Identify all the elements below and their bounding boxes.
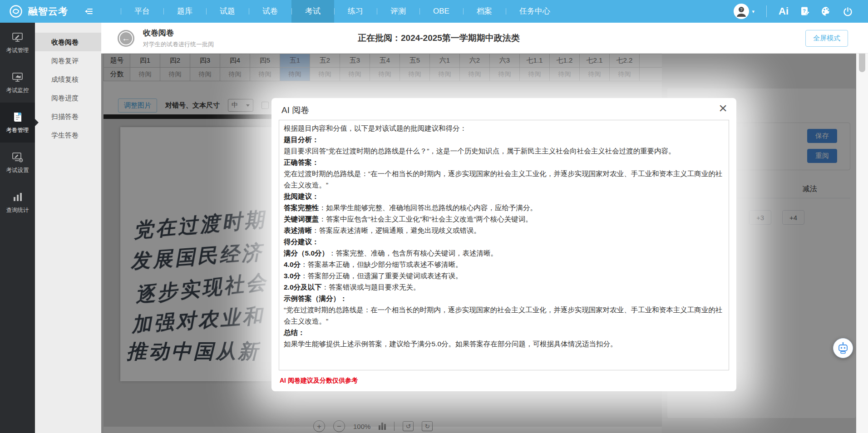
suggestion-line: 批阅建议： [284,191,724,202]
page-scrollbar [856,23,868,433]
ai-grading-modal: AI 阅卷 × 根据题目内容和分值，以下是对该试题的批阅建议和得分： 题目分析：… [271,98,736,391]
chevron-down-icon: ▾ [752,9,755,15]
sidebar-item-paper-management[interactable]: 考卷管理 [0,103,35,143]
nav-menu-item[interactable]: 试卷 [249,0,291,23]
sidebar-item-exam-monitor[interactable]: 考试监控 [0,63,35,103]
back-arrow-icon: ← [122,34,130,43]
sidebar-item-label: 查询统计 [6,207,29,214]
sidebar-item-exam-management[interactable]: 考试管理 [0,23,35,63]
grading-status: 正在批阅： 2024-2025第一学期期中政法类 [358,23,520,54]
sidebar-item-label: 考试监控 [6,87,29,94]
submenu-item[interactable]: 成绩复核 [35,70,101,89]
suggestion-line: 总结： [284,327,724,338]
page-subtitle: 对学生的试卷进行统一批阅 [143,40,214,49]
primary-sidebar: 考试管理 考试监控 考卷管理 考试设置 查询统计 [0,23,35,433]
secondary-sidebar: 收卷阅卷 阅卷复评 成绩复核 阅卷进度 扫描答卷 学生答卷 [35,23,101,433]
page: 融智云考 平台 题库 试题 试卷 考试 练习 评测 [0,0,868,433]
suggestion-line: 4.0分：答案基本正确，但缺少部分细节或表述不够清晰。 [284,259,724,270]
robot-icon [837,342,849,354]
grading-label: 正在批阅： [358,32,401,44]
ai-disclaimer: AI 阅卷建议及分数仅供参考 [280,377,358,385]
nav-menu-item[interactable]: 考试 [291,0,334,23]
suggestion-line: 答案完整性：如果学生能够完整、准确地回答出总路线的核心内容，应给予满分。 [284,202,724,213]
modal-title: AI 阅卷 [281,104,309,116]
ai-suggestion-textarea[interactable]: 根据题目内容和分值，以下是对该试题的批阅建议和得分： 题目分析： 题目要求回答“… [279,120,729,370]
close-icon[interactable]: × [719,101,727,115]
submenu-item[interactable]: 阅卷复评 [35,51,101,70]
submenu-item[interactable]: 阅卷进度 [35,89,101,107]
suggestion-line: 题目要求回答“党在过渡时期的总路线是什么？”，这是一个历史知识点，属于新民主主义… [284,145,724,157]
submenu-item[interactable]: 收卷阅卷 [35,33,101,51]
user-avatar-menu[interactable]: ? ▾ [734,4,755,19]
suggestion-line: 根据题目内容和分值，以下是对该试题的批阅建议和得分： [284,123,724,134]
back-button[interactable]: ← [118,30,134,47]
nav-menu: 平台 题库 试题 试卷 考试 练习 评测 OBE 档案 任务中心 [121,0,564,23]
suggestion-line: 表述清晰：答案应表述清晰，逻辑通顺，避免出现歧义或错误。 [284,225,724,236]
avatar-icon: ? [734,4,749,19]
nav-menu-item[interactable]: 练习 [334,0,377,23]
logout-power-icon[interactable] [843,7,853,16]
top-navbar: 融智云考 平台 题库 试题 试卷 考试 练习 评测 [0,0,868,23]
brand: 融智云考 [0,5,79,18]
sidebar-item-label: 考卷管理 [6,127,29,134]
grading-value: 2024-2025第一学期期中政法类 [401,32,520,44]
suggestion-line: 如果学生能够提供上述示例答案，建议给予满分5.0分。如果答案存在部分问题，可根据… [284,338,724,349]
suggestion-line: 2.0分及以下：答案错误或与题目要求无关。 [284,281,724,293]
logo-icon [9,5,23,18]
theme-palette-icon[interactable] [821,6,831,16]
page-title: 收卷阅卷 [143,28,214,38]
nav-menu-item[interactable]: 题库 [163,0,206,23]
suggestion-line: 党在过渡时期的总路线是：“在一个相当长的时期内，逐步实现国家的社会主义工业化，并… [284,168,724,191]
nav-menu-item[interactable]: 任务中心 [506,0,564,23]
nav-menu-item[interactable]: 平台 [121,0,163,23]
sidebar-item-label: 考试管理 [6,47,29,54]
nav-menu-item[interactable]: 评测 [377,0,419,23]
sidebar-item-query-statistics[interactable]: 查询统计 [0,182,35,222]
page-title-block: 收卷阅卷 对学生的试卷进行统一批阅 [143,28,214,49]
suggestion-line: 满分（5.0分）：答案完整、准确，包含所有核心关键词，表述清晰。 [284,247,724,259]
divider [766,5,767,17]
submenu-item[interactable]: 扫描答卷 [35,107,101,126]
svg-text:?: ? [740,7,743,12]
sidebar-item-label: 考试设置 [6,167,29,174]
nav-menu-item[interactable]: 试题 [206,0,249,23]
brand-title: 融智云考 [28,5,68,18]
ai-assistant-icon[interactable]: Ai [779,5,789,17]
sidebar-item-exam-settings[interactable]: 考试设置 [0,143,35,182]
suggestion-line: 关键词覆盖：答案中应包含“社会主义工业化”和“社会主义改造”两个核心关键词。 [284,213,724,225]
nav-menu-item[interactable]: 档案 [463,0,506,23]
suggestion-line: “党在过渡时期的总路线是：在一个相当长的时期内，逐步实现国家的社会主义工业化，并… [284,304,724,327]
nav-right-tools: ? ▾ Ai ? [734,4,868,19]
suggestion-line: 3.0分：答案部分正确，但遗漏了重要关键词或表述有误。 [284,270,724,281]
page-header: ← 收卷阅卷 对学生的试卷进行统一批阅 正在批阅： 2024-2025第一学期期… [101,23,868,54]
submenu-item[interactable]: 学生答卷 [35,126,101,144]
suggestion-line: 得分建议： [284,236,724,247]
help-doc-icon[interactable]: ? [800,6,809,16]
suggestion-line: 示例答案（满分）： [284,293,724,304]
suggestion-line: 正确答案： [284,157,724,168]
fullscreen-mode-button[interactable]: 全屏模式 [805,30,848,47]
menu-collapse-icon[interactable] [82,5,96,18]
suggestion-line: 题目分析： [284,134,724,145]
ai-robot-button[interactable] [833,338,853,358]
nav-menu-item[interactable]: OBE [419,0,463,23]
svg-text:?: ? [803,8,806,14]
